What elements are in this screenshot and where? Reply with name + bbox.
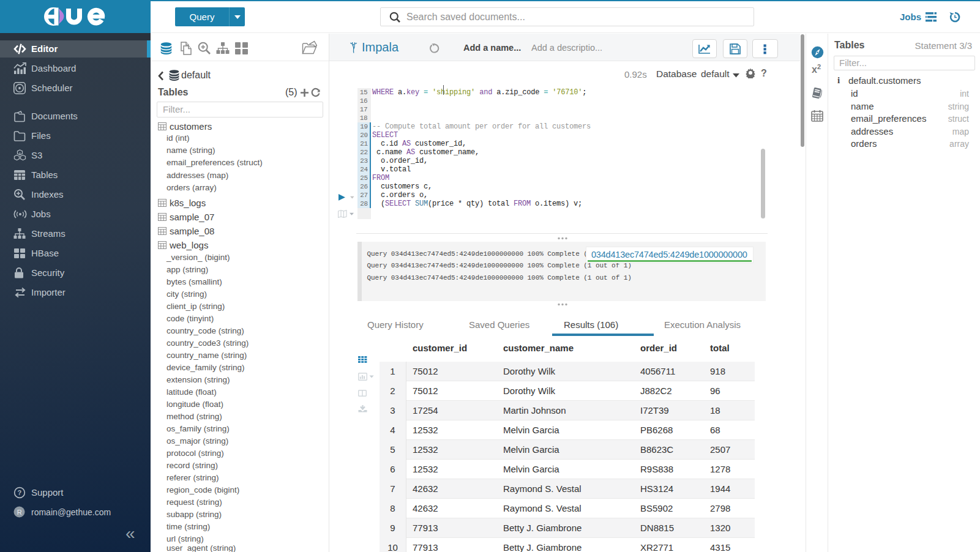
svg-text:?: ?	[18, 489, 22, 496]
svg-text:R: R	[17, 509, 22, 516]
